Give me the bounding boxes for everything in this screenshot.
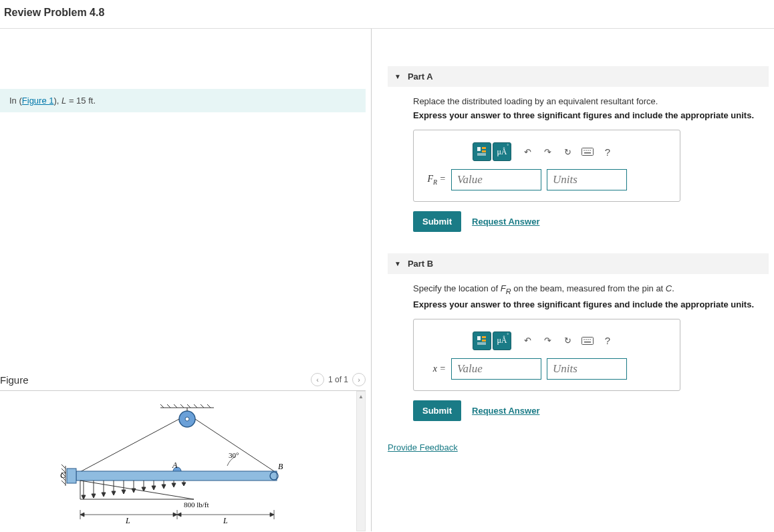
- svg-line-18: [61, 464, 66, 469]
- svg-marker-30: [102, 493, 106, 497]
- svg-line-12: [79, 419, 179, 473]
- units-icon[interactable]: μÅ °: [493, 142, 511, 161]
- svg-line-6: [192, 404, 197, 408]
- svg-point-72: [586, 339, 587, 340]
- pager-label: 1 of 1: [328, 375, 348, 384]
- part-b-submit-button[interactable]: Submit: [413, 400, 461, 421]
- reset-icon[interactable]: ↻: [558, 331, 577, 350]
- svg-rect-59: [477, 153, 486, 156]
- svg-point-74: [590, 339, 591, 340]
- part-b-value-input[interactable]: [451, 358, 541, 380]
- help-icon[interactable]: ?: [598, 331, 617, 350]
- label-C: C: [60, 471, 66, 480]
- svg-marker-40: [152, 486, 156, 490]
- svg-point-61: [584, 150, 585, 151]
- figure-panel: Figure ‹ 1 of 1 › ▲: [0, 369, 371, 531]
- angle-label: 30°: [229, 451, 239, 459]
- svg-rect-65: [584, 152, 591, 154]
- templates-icon[interactable]: [473, 331, 491, 350]
- templates-icon[interactable]: [473, 142, 491, 161]
- scroll-up-icon[interactable]: ▲: [357, 392, 365, 401]
- part-a-submit-button[interactable]: Submit: [413, 211, 461, 232]
- svg-line-22: [61, 481, 66, 485]
- part-a-variable: FR =: [426, 174, 446, 186]
- svg-marker-55: [270, 513, 274, 517]
- keyboard-icon[interactable]: [578, 142, 597, 161]
- given-prefix: In (: [9, 96, 22, 106]
- undo-icon[interactable]: ↶: [518, 142, 537, 161]
- figure-body: ▲: [0, 391, 366, 531]
- beam-diagram: A B C 30° 800 lb/ft L L: [60, 404, 287, 531]
- figure-pager: ‹ 1 of 1 ›: [311, 373, 366, 386]
- right-column: ▼ Part A Replace the distributed loading…: [372, 29, 774, 531]
- svg-rect-69: [477, 342, 486, 345]
- part-b-request-answer-link[interactable]: Request Answer: [472, 406, 539, 416]
- part-a-units-input[interactable]: [547, 169, 627, 190]
- part-b-header[interactable]: ▼ Part B: [388, 253, 769, 274]
- svg-point-64: [590, 150, 591, 151]
- svg-point-71: [584, 339, 585, 340]
- svg-marker-36: [132, 489, 136, 493]
- svg-marker-52: [80, 513, 84, 517]
- svg-point-10: [185, 417, 189, 421]
- label-A: A: [172, 460, 178, 470]
- svg-marker-26: [82, 495, 86, 499]
- units-icon[interactable]: μÅ °: [493, 331, 511, 350]
- given-suffix: ), L = 15 ft.: [54, 96, 96, 106]
- svg-point-73: [588, 339, 589, 340]
- help-icon[interactable]: ?: [598, 142, 617, 161]
- part-b-prompt: Specify the location of FR on the beam, …: [413, 283, 762, 295]
- load-label: 800 lb/ft: [184, 501, 209, 509]
- undo-icon[interactable]: ↶: [518, 331, 537, 350]
- redo-icon[interactable]: ↷: [538, 331, 557, 350]
- part-b-title: Part B: [408, 259, 433, 269]
- svg-line-3: [172, 404, 177, 408]
- pager-next-button[interactable]: ›: [352, 373, 366, 386]
- svg-line-13: [195, 419, 274, 471]
- svg-marker-28: [92, 494, 96, 498]
- svg-marker-46: [182, 483, 186, 486]
- part-b-variable: x =: [426, 364, 446, 374]
- part-b-toolbar: μÅ ° ↶ ↷ ↻ ?: [426, 331, 668, 350]
- part-a-title: Part A: [408, 72, 433, 82]
- svg-marker-54: [177, 513, 181, 517]
- part-a-header[interactable]: ▼ Part A: [388, 66, 769, 87]
- reset-icon[interactable]: ↻: [558, 142, 577, 161]
- figure-link[interactable]: Figure 1: [22, 96, 54, 106]
- svg-rect-57: [482, 147, 486, 149]
- part-b-instruction: Express your answer to three significant…: [413, 299, 762, 309]
- units-label: μÅ: [497, 147, 507, 157]
- part-a-prompt: Replace the distributed loading by an eq…: [413, 96, 762, 106]
- svg-point-62: [586, 150, 587, 151]
- svg-line-1: [159, 404, 164, 408]
- svg-marker-24: [80, 481, 194, 499]
- part-b-section: ▼ Part B Specify the location of FR on t…: [388, 253, 769, 424]
- caret-down-icon: ▼: [394, 260, 401, 267]
- dim-L2: L: [223, 516, 228, 525]
- scrollbar[interactable]: ▲: [356, 391, 366, 531]
- caret-down-icon: ▼: [394, 73, 401, 80]
- svg-line-5: [186, 404, 190, 408]
- part-a-request-answer-link[interactable]: Request Answer: [472, 217, 539, 227]
- part-b-answer-box: μÅ ° ↶ ↷ ↻ ? x =: [413, 319, 680, 391]
- svg-rect-66: [477, 336, 481, 340]
- redo-icon[interactable]: ↷: [538, 142, 557, 161]
- svg-rect-56: [477, 147, 481, 151]
- part-b-units-input[interactable]: [547, 358, 627, 380]
- part-a-answer-box: μÅ ° ↶ ↷ ↻ ? FR =: [413, 130, 680, 202]
- pager-prev-button[interactable]: ‹: [311, 373, 324, 386]
- part-a-value-input[interactable]: [451, 169, 541, 190]
- provide-feedback-link[interactable]: Provide Feedback: [388, 442, 458, 452]
- part-a-toolbar: μÅ ° ↶ ↷ ↻ ?: [426, 142, 668, 161]
- units-label: μÅ: [497, 336, 507, 346]
- dim-L1: L: [125, 516, 130, 525]
- part-a-instruction: Express your answer to three significant…: [413, 110, 762, 120]
- svg-line-2: [166, 404, 170, 408]
- keyboard-icon[interactable]: [578, 331, 597, 350]
- svg-rect-68: [482, 340, 486, 342]
- svg-line-7: [199, 404, 204, 408]
- page-title: Review Problem 4.8: [0, 0, 774, 28]
- label-B: B: [278, 462, 283, 471]
- svg-marker-34: [122, 490, 126, 494]
- svg-rect-67: [482, 336, 486, 338]
